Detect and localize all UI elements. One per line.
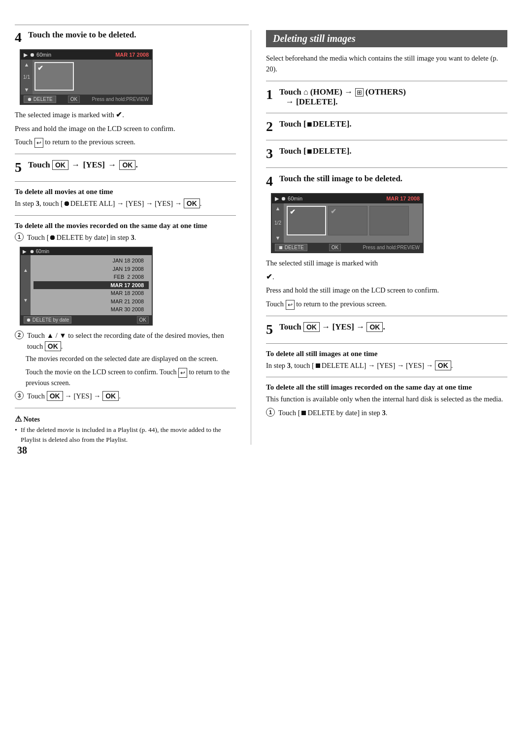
sub-step3-circle: 3 <box>15 391 24 400</box>
right-sub-step1-circle: 1 <box>266 408 275 417</box>
lcd-still-main: ✔ ✔ <box>284 203 423 243</box>
right-step2: 2 Touch [⏹DELETE]. <box>266 119 507 134</box>
right-intro: Select beforehand the media which contai… <box>266 53 507 75</box>
lcd1-page: 1/1 <box>23 74 30 80</box>
others-icon: ⊞ <box>355 88 364 97</box>
lcd-still-body: ▲ 1/2 ▼ ✔ ✔ <box>272 203 423 243</box>
return-icon-3: ↩ <box>286 300 295 310</box>
left-column: 4 Touch the movie to be deleted. ▶ ⏺ 60m… <box>15 30 251 445</box>
right-delete-same-day-body: This function is available only when the… <box>266 394 507 405</box>
date-lcd: ▶ ⏺ 60min ▲ ▼ JAN 18 2008 JAN 19 2008 FE… <box>20 247 236 326</box>
lcd-still-ok-btn: OK <box>329 244 341 251</box>
notes-item-1: If the deleted movie is included in a Pl… <box>15 425 236 445</box>
home-icon: ⌂ <box>303 88 308 96</box>
notes-section: ⚠ Notes If the deleted movie is included… <box>15 414 236 445</box>
sub-step2-circle: 2 <box>15 330 24 339</box>
lcd-still-screen: ▶ ⏺ 60min MAR 17 2008 ▲ 1/2 ▼ <box>271 193 507 253</box>
step4-body3: Touch ↩ to return to the previous screen… <box>15 137 236 148</box>
right-step5-ok1: OK <box>303 322 320 332</box>
delete-all-heading: To delete all movies at one time <box>15 188 236 196</box>
step5-label: Touch OK → [YES] → OK. <box>28 160 138 170</box>
lcd1-ok-btn: OK <box>68 96 80 103</box>
date-item-4: MAR 17 2008 <box>33 281 149 290</box>
right-step2-label: Touch [⏹DELETE]. <box>279 119 352 129</box>
lcd-still-date: MAR 17 2008 <box>386 196 420 201</box>
lcd1-main-area: ✔ <box>33 60 152 95</box>
lcd-still-time: ⏺ 60min <box>281 196 302 201</box>
page-number: 38 <box>17 445 27 456</box>
lcd1-time: ⏺ 60min <box>30 52 51 58</box>
step5-arrow1: → <box>71 160 82 169</box>
right-step3-label: Touch [⏹DELETE]. <box>279 146 352 156</box>
sub3-ok1: OK <box>47 391 63 401</box>
right-step4-body3: Touch ↩ to return to the previous screen… <box>266 299 507 310</box>
date-item-7: MAR 30 2008 <box>33 305 149 314</box>
right-step5-label: Touch OK → [YES] → OK. <box>279 322 385 332</box>
sub3-ok2: OK <box>102 391 119 401</box>
return-icon: ↩ <box>34 138 43 148</box>
right-sub-step1-content: Touch [⏹DELETE by date] in step 3. <box>278 408 507 419</box>
date-list-nav: ▲ ▼ <box>21 255 31 315</box>
lcd1-body: ▲ 1/1 ▼ ✔ <box>21 60 152 95</box>
lcd-screen-1: ▶ ⏺ 60min MAR 17 2008 ▲ 1/1 ▼ <box>20 49 236 105</box>
right-step5-number: 5 <box>266 322 277 337</box>
lcd-still-hint: Press and hold:PREVIEW <box>363 245 420 250</box>
sub-step1-row: 1 Touch [⏺DELETE by date] in step 3. <box>15 232 236 243</box>
notes-heading: ⚠ Notes <box>15 414 236 424</box>
right-step1: 1 Touch ⌂ (HOME) → ⊞ (OTHERS) → [DELETE]… <box>266 87 507 107</box>
right-column: Deleting still images Select beforehand … <box>251 30 507 445</box>
lcd1-play-icon: ▶ <box>24 52 28 58</box>
right-delete-same-day-heading: To delete all the still images recorded … <box>266 383 507 392</box>
step5-number: 5 <box>15 160 26 175</box>
date-item-3: FEB 2 2008 <box>33 273 149 281</box>
lcd-still-side-nav: ▲ 1/2 ▼ <box>272 203 284 243</box>
right-sub-step1: 1 Touch [⏹DELETE by date] in step 3. <box>266 408 507 419</box>
delete-same-day-heading: To delete all the movies recorded on the… <box>15 222 236 230</box>
sub-step2-body2: Touch the movie on the LCD screen to con… <box>26 367 236 388</box>
right-step4-number: 4 <box>266 174 277 189</box>
sub-step1-circle: 1 <box>15 232 24 241</box>
right-step1-content: Touch ⌂ (HOME) → ⊞ (OTHERS) → [DELETE]. <box>279 87 507 107</box>
delete-all-body: In step 3, touch [⏺DELETE ALL] → [YES] →… <box>15 198 236 209</box>
date-lcd-time: ⏺ 60min <box>30 249 49 254</box>
step5-arrow2: → <box>108 160 118 169</box>
date-lcd-header: ▶ ⏺ 60min <box>21 248 152 255</box>
step5-ok2: OK <box>119 160 135 170</box>
date-list-items: JAN 18 2008 JAN 19 2008 FEB 2 2008 MAR 1… <box>31 255 152 315</box>
step4-body1: The selected image is marked with ✔. <box>15 110 236 121</box>
lcd-still-page: 1/2 <box>274 220 281 226</box>
return-icon-2: ↩ <box>178 368 187 378</box>
right-step4-body2: Press and hold the still image on the LC… <box>266 285 507 296</box>
right-step5-arrow1: → <box>322 322 332 331</box>
section-title: Deleting still images <box>266 30 507 47</box>
sub-step2-body1: The movies recorded on the selected date… <box>26 354 236 364</box>
lcd1-delete-btn: ⏺ DELETE <box>24 96 56 103</box>
right-delete-all-heading: To delete all still images at one time <box>266 350 507 358</box>
right-step5: 5 Touch OK → [YES] → OK. <box>266 322 507 337</box>
date-item-1: JAN 18 2008 <box>33 257 149 265</box>
right-step5-yes: [YES] <box>332 322 354 331</box>
date-delete-btn: ⏺ DELETE by date <box>24 316 71 324</box>
date-item-5: MAR 18 2008 <box>33 289 149 297</box>
sub-step1-content: Touch [⏺DELETE by date] in step 3. <box>27 232 236 243</box>
step4-number: 4 <box>15 30 26 45</box>
lcd1-header: ▶ ⏺ 60min MAR 17 2008 <box>21 50 152 60</box>
right-step2-number: 2 <box>266 119 277 134</box>
lcd1-date: MAR 17 2008 <box>115 52 149 58</box>
date-list-body: ▲ ▼ JAN 18 2008 JAN 19 2008 FEB 2 2008 M… <box>21 255 152 315</box>
right-step4: 4 Touch the still image to be deleted. ▶… <box>266 174 507 310</box>
right-step5-arrow2: → <box>356 322 366 331</box>
right-step4-heading: Touch the still image to be deleted. <box>279 174 402 184</box>
lcd-still-delete-btn: ⏹ DELETE <box>275 244 307 251</box>
date-ok-btn: OK <box>137 316 149 324</box>
lcd-still-play-icon: ▶ <box>275 196 279 202</box>
sub-step3-row: 3 Touch OK → [YES] → OK. <box>15 391 236 402</box>
lcd1-side-nav: ▲ 1/1 ▼ <box>21 60 33 95</box>
date-list-footer: ⏺ DELETE by date OK <box>21 315 152 325</box>
right-step4-body1: The selected still image is marked with <box>266 258 507 269</box>
sub-step3-content: Touch OK → [YES] → OK. <box>27 391 236 402</box>
right-step4-checkmark: ✔. <box>266 272 507 283</box>
right-delete-all-ok: OK <box>435 361 451 370</box>
right-step5-ok2: OK <box>366 322 383 332</box>
lcd1-footer: ⏺ DELETE OK Press and hold:PREVIEW <box>21 95 152 104</box>
